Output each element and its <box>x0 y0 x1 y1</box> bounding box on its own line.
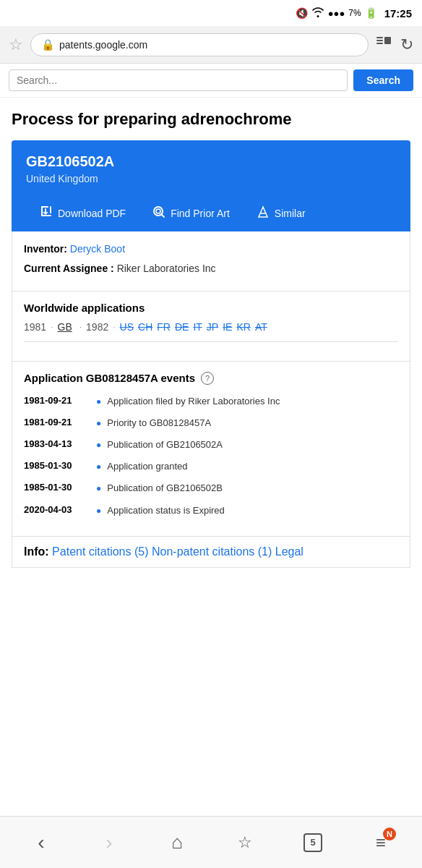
apps-sep-2: · <box>79 322 82 332</box>
non-patent-citations-link[interactable]: Non-patent citations (1) <box>152 545 272 558</box>
inventor-label: Inventor: <box>24 243 67 255</box>
event-date-6: 2020-04-03 <box>24 504 96 515</box>
signal-icon: ●●● <box>328 8 345 19</box>
svg-rect-5 <box>41 206 43 216</box>
event-dot-1: ● <box>96 396 101 407</box>
event-desc-5: Publication of GB2106502B <box>107 482 223 495</box>
menu-button[interactable]: ≡ N <box>363 825 399 861</box>
patent-country: United Kingdom <box>26 173 396 184</box>
url-bar[interactable]: 🔒 patents.google.com <box>30 33 369 56</box>
event-dot-6: ● <box>96 506 101 516</box>
app-link-fr[interactable]: FR <box>157 321 171 333</box>
events-title: Application GB08128457A events <box>24 372 195 384</box>
event-dot-3: ● <box>96 440 101 450</box>
bookmark-button[interactable]: ☆ <box>227 825 263 861</box>
table-row: 2020-04-03 ● Application status is Expir… <box>24 504 398 517</box>
download-icon <box>39 205 53 223</box>
app-link-at[interactable]: AT <box>255 321 267 333</box>
app-link-ie[interactable]: IE <box>223 321 232 333</box>
download-pdf-button[interactable]: Download PDF <box>26 196 139 231</box>
worldwide-title: Worldwide applications <box>24 302 398 314</box>
app-link-de[interactable]: DE <box>175 321 189 333</box>
worldwide-section: Worldwide applications 1981 · GB · 1982 … <box>12 292 410 362</box>
svg-rect-1 <box>376 40 383 41</box>
status-bar: 🔇 ●●● 7% 🔋 17:25 <box>0 0 422 26</box>
apps-year-1981: 1981 <box>24 321 46 333</box>
svg-point-11 <box>156 209 160 213</box>
forward-icon: › <box>106 831 112 854</box>
lock-icon: 🔒 <box>41 38 55 51</box>
app-link-jp[interactable]: JP <box>207 321 218 333</box>
inventor-name[interactable]: Deryck Boot <box>70 243 125 255</box>
svg-rect-6 <box>41 215 51 216</box>
patent-title: Process for preparing adrenochrome <box>12 109 410 130</box>
similar-label: Similar <box>275 208 306 219</box>
home-button[interactable]: ⌂ <box>159 825 195 861</box>
page-content: Process for preparing adrenochrome GB210… <box>0 98 422 568</box>
bookmark-icon: ☆ <box>238 833 252 852</box>
prior-art-icon <box>152 205 166 223</box>
event-desc-6: Application status is Expired <box>107 504 225 517</box>
wifi-icon <box>311 7 324 20</box>
search-bar-area: Search <box>0 64 422 98</box>
find-prior-art-label: Find Prior Art <box>171 208 230 219</box>
home-icon: ⌂ <box>171 831 183 854</box>
event-date-2: 1981-09-21 <box>24 417 96 427</box>
table-row: 1985-01-30 ● Publication of GB2106502B <box>24 482 398 495</box>
event-dot-2: ● <box>96 418 101 428</box>
event-date-5: 1985-01-30 <box>24 482 96 493</box>
mute-icon: 🔇 <box>296 7 308 19</box>
svg-rect-8 <box>45 208 46 213</box>
svg-line-10 <box>162 214 165 217</box>
events-section: Application GB08128457A events ? 1981-09… <box>12 362 410 537</box>
legal-link[interactable]: Legal <box>275 545 303 558</box>
url-text: patents.google.com <box>59 39 147 51</box>
svg-rect-2 <box>376 43 383 44</box>
similar-button[interactable]: Similar <box>243 196 319 231</box>
apps-sep-3: · <box>113 322 115 332</box>
notification-badge: N <box>383 827 396 841</box>
event-desc-4: Application granted <box>107 460 187 473</box>
back-button[interactable]: ‹ <box>23 825 59 861</box>
forward-button[interactable]: › <box>91 825 127 861</box>
event-date-1: 1981-09-21 <box>24 395 96 406</box>
back-icon: ‹ <box>38 831 44 854</box>
browser-action-buttons: ↻ <box>376 35 413 54</box>
similar-icon <box>256 205 270 223</box>
app-link-ch[interactable]: CH <box>138 321 152 333</box>
browser-chrome: ☆ 🔒 patents.google.com ↻ <box>0 26 422 64</box>
apps-sep-1: · <box>51 322 53 332</box>
search-input[interactable] <box>9 69 348 91</box>
patent-actions: Download PDF Find Prior Art <box>26 196 396 231</box>
status-time: 17:25 <box>384 7 412 20</box>
reader-mode-icon[interactable] <box>376 35 392 54</box>
app-link-it[interactable]: IT <box>193 321 202 333</box>
find-prior-art-button[interactable]: Find Prior Art <box>139 196 243 231</box>
help-icon[interactable]: ? <box>201 372 214 385</box>
table-row: 1983-04-13 ● Publication of GB2106502A <box>24 438 398 451</box>
app-link-kr[interactable]: KR <box>236 321 250 333</box>
bookmark-star-icon[interactable]: ☆ <box>9 35 23 54</box>
info-label: Info: <box>24 545 49 558</box>
event-dot-5: ● <box>96 483 101 493</box>
tabs-button[interactable]: 5 <box>295 825 331 861</box>
event-desc-2: Priority to GB08128457A <box>107 417 211 430</box>
apps-year-1982: 1982 <box>86 321 108 333</box>
event-dot-4: ● <box>96 461 101 472</box>
patent-citations-link[interactable]: Patent citations (5) <box>52 545 148 558</box>
battery-icon: 🔋 <box>365 7 377 19</box>
app-link-us[interactable]: US <box>120 321 134 333</box>
tabs-count: 5 <box>303 833 322 852</box>
events-title-row: Application GB08128457A events ? <box>24 372 398 385</box>
inventor-section: Inventor: Deryck Boot Current Assignee :… <box>12 231 410 292</box>
svg-rect-3 <box>384 37 391 44</box>
search-button[interactable]: Search <box>353 69 413 91</box>
status-icons: 🔇 ●●● 7% 🔋 <box>296 7 377 20</box>
inventor-row: Inventor: Deryck Boot <box>24 242 398 257</box>
event-date-4: 1985-01-30 <box>24 460 96 471</box>
apps-gb-current: GB <box>58 321 72 333</box>
assignee-row: Current Assignee : Riker Laboratories In… <box>24 261 398 276</box>
refresh-icon[interactable]: ↻ <box>400 35 413 54</box>
patent-number: GB2106502A <box>26 153 396 170</box>
assignee-value: Riker Laboratories Inc <box>117 263 216 274</box>
